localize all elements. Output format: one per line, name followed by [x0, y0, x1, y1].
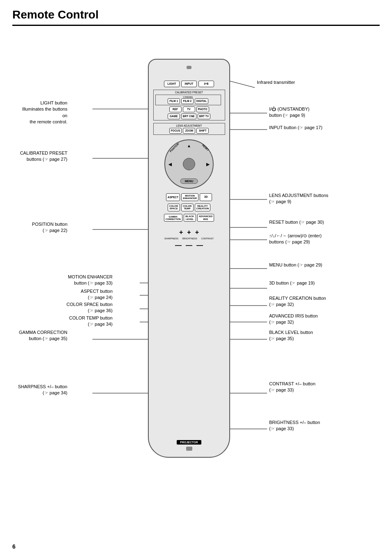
on-standby-button[interactable]: I/⏿: [198, 81, 214, 87]
preset-row-1: FILM 1 FILM 2 DIGITAL: [157, 98, 219, 104]
ann-3d: 3D button (☞ page 19): [269, 280, 315, 286]
brt-tv-button[interactable]: BRT TV: [198, 114, 210, 119]
pm-section: + + + SHARPNESS BRIGHTNESS CONTRAST —: [153, 227, 225, 250]
ann-aspect: ASPECT button (☞ page 24): [16, 288, 113, 301]
zoom-button[interactable]: ZOOM: [183, 128, 195, 134]
cinema-box: CINEMA FILM 1 FILM 2 DIGITAL: [155, 95, 221, 105]
ann-brightness: BRIGHTNESS +/– button (☞ page 33): [269, 419, 320, 432]
contrast-plus[interactable]: +: [195, 229, 199, 236]
calibrated-preset-label: CALIBRATED PRESET: [155, 91, 223, 94]
focus-button[interactable]: FOCUS: [169, 128, 182, 134]
top-button-row: LIGHT INPUT I/⏿: [164, 81, 214, 87]
adj-row-2: COLOR SPACE COLOR TEMP REALITY CREATION: [153, 204, 225, 211]
game-button[interactable]: GAME: [168, 114, 180, 119]
adj-row-1: ASPECT MOTION ENHANCER 3D: [153, 193, 225, 201]
ann-contrast: CONTRAST +/– button (☞ page 33): [269, 381, 316, 394]
ann-on-standby: I/⏻ (ON/STANDBY) button (☞ page 9): [269, 106, 309, 119]
remote-control-body: LIGHT INPUT I/⏿ CALIBRATED PRESET CINEMA…: [148, 59, 230, 458]
projector-label: PROJECTOR: [177, 440, 201, 445]
content-area: LIGHT button Illuminates the buttons on …: [12, 34, 380, 540]
ann-colortemp: COLOR TEMP button (☞ page 34): [16, 315, 113, 328]
ann-black-level: BLACK LEVEL button (☞ page 35): [269, 329, 313, 342]
color-space-button[interactable]: COLOR SPACE: [168, 204, 180, 211]
arrow-right[interactable]: ▶: [206, 162, 210, 166]
shift-button[interactable]: SHIFT: [196, 128, 209, 134]
ann-gamma: GAMMA CORRECTION button (☞ page 35): [16, 329, 67, 342]
tv-button[interactable]: TV: [183, 107, 195, 112]
ann-arrows: ↑/↓/←/→ (arrow)/⊙ (enter) buttons (☞ pag…: [269, 233, 322, 246]
brightness-plus[interactable]: +: [187, 229, 191, 236]
pm-labels-row: SHARPNESS BRIGHTNESS CONTRAST: [153, 237, 225, 240]
sharpness-label: SHARPNESS: [164, 237, 178, 240]
ref-button[interactable]: REF: [169, 107, 182, 112]
gamma-correction-button[interactable]: GAMMA CORRECTION: [164, 214, 182, 222]
film2-button[interactable]: FILM 2: [181, 98, 194, 104]
infrared-window: [187, 66, 191, 69]
lens-button-row: FOCUS ZOOM SHIFT: [155, 128, 223, 134]
brt-cne-button[interactable]: BRT CNE: [181, 114, 196, 119]
advanced-iris-button[interactable]: ADVANCED IRIS: [197, 214, 214, 222]
ann-advanced-iris: ADVANCED IRIS button (☞ page 32): [269, 313, 318, 326]
menu-button[interactable]: MENU: [180, 178, 198, 184]
navigation-circle[interactable]: POSITION RESET ▲ ▼ ◀ ▶ MENU: [164, 139, 214, 189]
ann-sharpness: SHARPNESS +/– button (☞ page 34): [16, 384, 67, 396]
page-title: Remote Control: [12, 8, 380, 26]
ann-light: LIGHT button Illuminates the buttons on …: [16, 100, 67, 125]
ann-colorspace: COLOR SPACE button (☞ page 36): [16, 301, 113, 314]
arrow-up[interactable]: ▲: [187, 144, 191, 148]
remote-diagram: LIGHT button Illuminates the buttons on …: [12, 34, 380, 540]
pm-plus-row: + + +: [153, 229, 225, 236]
calibrated-preset-section: CALIBRATED PRESET CINEMA FILM 1 FILM 2 D…: [153, 90, 225, 120]
brightness-minus[interactable]: —: [186, 242, 192, 249]
3d-button[interactable]: 3D: [200, 193, 212, 201]
black-level-button[interactable]: BLACK LEVEL: [184, 214, 196, 222]
contrast-pm: +: [195, 229, 199, 236]
motion-enhancer-button[interactable]: MOTION ENHANCER: [181, 193, 198, 201]
reset-label: RESET: [202, 144, 209, 151]
ann-input: INPUT button (☞ page 17): [269, 125, 323, 131]
contrast-minus[interactable]: —: [196, 242, 203, 249]
projector-section: PROJECTOR: [177, 430, 201, 451]
lens-adj-label: LENS ADJUSTMEMT: [155, 124, 223, 127]
input-button[interactable]: INPUT: [181, 81, 197, 87]
preset-row-2: REF TV PHOTO: [155, 107, 223, 112]
ann-lens-adj: LENS ADJUSTMENT buttons (☞ page 9): [269, 192, 328, 205]
ann-reset: RESET button (☞ page 30): [269, 219, 324, 225]
sharpness-minus[interactable]: —: [175, 242, 182, 249]
film1-button[interactable]: FILM 1: [168, 98, 180, 104]
sharpness-plus[interactable]: +: [179, 229, 183, 236]
ann-infrared: Infrared transmitter: [257, 79, 295, 86]
ann-menu: MENU button (☞ page 29): [269, 262, 322, 268]
brightness-pm: +: [187, 229, 191, 236]
ann-reality: REALITY CREATION button (☞ page 32): [269, 295, 326, 308]
ann-calibrated: CALIBRATED PRESET buttons (☞ page 27): [16, 150, 67, 163]
enter-button[interactable]: [183, 158, 195, 170]
brightness-label: BRIGHTNESS: [182, 237, 197, 240]
light-button[interactable]: LIGHT: [164, 81, 180, 87]
page-number: 6: [12, 543, 16, 550]
position-label: POSITION: [169, 142, 180, 153]
digital-button[interactable]: DIGITAL: [195, 98, 209, 104]
arrow-left[interactable]: ◀: [168, 162, 172, 166]
reality-creation-button[interactable]: REALITY CREATION: [195, 204, 211, 211]
pm-minus-row: — — —: [153, 241, 225, 249]
sharpness-pm: +: [179, 229, 183, 236]
contrast-label: CONTRAST: [201, 237, 214, 240]
lens-adjustment-section: LENS ADJUSTMEMT FOCUS ZOOM SHIFT: [153, 123, 225, 135]
projector-ir: [186, 447, 192, 451]
ann-motion: MOTION ENHANCER button (☞ page 33): [16, 274, 113, 287]
color-temp-button[interactable]: COLOR TEMP: [181, 204, 194, 211]
ann-position: POSITION button (☞ page 22): [16, 221, 67, 234]
adj-row-3: GAMMA CORRECTION BLACK LEVEL ADVANCED IR…: [153, 214, 225, 222]
photo-button[interactable]: PHOTO: [196, 107, 209, 112]
aspect-button[interactable]: ASPECT: [166, 193, 180, 201]
preset-row-3: GAME BRT CNE BRT TV: [155, 114, 223, 119]
